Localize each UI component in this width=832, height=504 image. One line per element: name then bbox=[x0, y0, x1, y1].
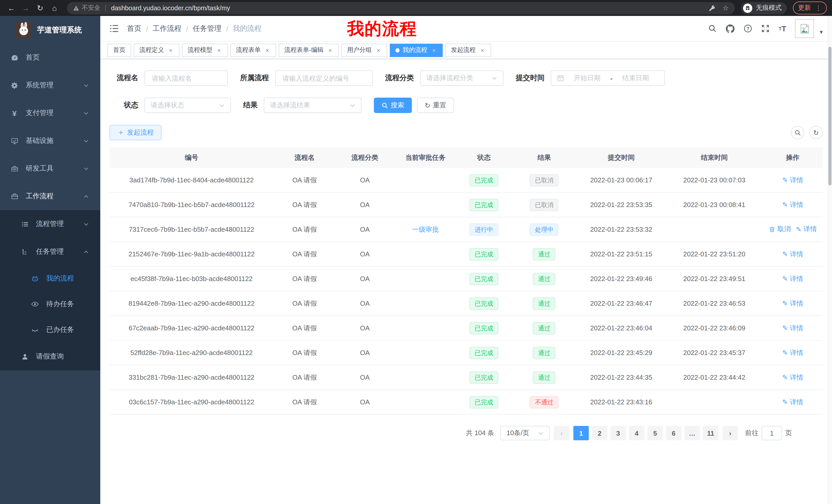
goto-page-input[interactable] bbox=[761, 426, 782, 440]
browser-forward-icon[interactable]: → bbox=[20, 2, 32, 14]
close-icon[interactable]: × bbox=[264, 47, 270, 53]
page-button-3[interactable]: 3 bbox=[610, 426, 626, 440]
page-button-11[interactable]: 11 bbox=[703, 426, 718, 440]
breadcrumb-item[interactable]: 工作流程 bbox=[153, 24, 182, 33]
browser-update-button[interactable]: 更新 ⋮ bbox=[793, 2, 827, 15]
sidebar-item-infrastructure[interactable]: 基础设施 bbox=[0, 127, 100, 155]
detail-link[interactable]: ✎详情 bbox=[782, 175, 803, 185]
page-button-1[interactable]: 1 bbox=[573, 426, 589, 440]
prev-page-button[interactable]: ‹ bbox=[554, 426, 569, 440]
fullscreen-icon[interactable] bbox=[761, 24, 770, 33]
result-select[interactable]: 请选择流结果 bbox=[264, 97, 362, 113]
breadcrumb-item[interactable]: 首页 bbox=[127, 24, 141, 33]
sidebar-item-workflow[interactable]: 工作流程 bbox=[0, 183, 100, 210]
browser-home-icon[interactable]: ⌂ bbox=[48, 2, 61, 14]
cell-id: 7317cec6-7b9b-11ec-b5b7-acde48001122 bbox=[109, 226, 274, 233]
font-size-icon[interactable]: TT bbox=[779, 24, 786, 33]
not-secure-label[interactable]: 不安全 bbox=[73, 4, 100, 12]
show-search-toggle-button[interactable] bbox=[791, 126, 804, 139]
next-page-button[interactable]: › bbox=[723, 426, 738, 440]
refresh-table-button[interactable]: ↻ bbox=[809, 126, 823, 139]
column-header: 当前审批任务 bbox=[394, 153, 457, 162]
cell-status: 已完成 bbox=[457, 199, 511, 211]
page-more-button[interactable]: … bbox=[684, 426, 700, 440]
create-process-button[interactable]: ＋ 发起流程 bbox=[109, 125, 161, 140]
submit-time-range-picker[interactable]: 开始日期 - 结束日期 bbox=[551, 71, 665, 86]
sidebar-item-system[interactable]: 系统管理 bbox=[0, 72, 100, 99]
tab-create-process[interactable]: 发起流程× bbox=[445, 44, 491, 57]
detail-link[interactable]: ✎详情 bbox=[782, 373, 803, 382]
breadcrumb-item[interactable]: 任务管理 bbox=[193, 24, 222, 33]
bookmark-star-icon[interactable]: ☆ bbox=[723, 4, 729, 12]
cell-status: 已完成 bbox=[457, 248, 511, 260]
cancel-link[interactable]: 取消 bbox=[769, 225, 790, 234]
tab-process-definition[interactable]: 流程定义× bbox=[134, 44, 179, 57]
tab-label: 用户分组 bbox=[347, 46, 372, 54]
detail-link[interactable]: ✎详情 bbox=[782, 397, 803, 407]
help-icon[interactable]: ? bbox=[744, 24, 753, 33]
cell-submit-time: 2022-01-22 23:51:15 bbox=[577, 250, 665, 258]
browser-menu-icon[interactable]: ⋮ bbox=[815, 4, 822, 12]
reset-button[interactable]: ↻ 重置 bbox=[417, 97, 454, 113]
detail-link[interactable]: ✎详情 bbox=[782, 324, 803, 333]
search-button[interactable]: 搜索 bbox=[374, 97, 412, 113]
detail-link[interactable]: ✎详情 bbox=[782, 200, 803, 209]
cell-submit-time: 2022-01-22 23:49:46 bbox=[577, 275, 665, 283]
tab-process-form[interactable]: 流程表单× bbox=[230, 44, 276, 57]
sidebar-item-todo-tasks[interactable]: 待办任务 bbox=[0, 291, 100, 317]
tab-home[interactable]: 首页 bbox=[107, 44, 131, 57]
process-name-input[interactable] bbox=[145, 71, 228, 86]
detail-link[interactable]: ✎详情 bbox=[782, 274, 803, 283]
sidebar-item-done-tasks[interactable]: 已办任务 bbox=[0, 317, 100, 343]
detail-link[interactable]: ✎详情 bbox=[782, 249, 803, 259]
scrollbar-thumb[interactable] bbox=[828, 47, 831, 186]
close-icon[interactable]: × bbox=[327, 47, 333, 53]
cell-id: 3ad174fb-7b9d-11ec-8404-acde48001122 bbox=[109, 176, 274, 184]
sidebar-collapse-icon[interactable] bbox=[108, 23, 119, 34]
task-link[interactable]: 一级审批 bbox=[412, 225, 439, 234]
tab-process-form-edit[interactable]: 流程表单-编辑× bbox=[279, 44, 339, 57]
browser-back-icon[interactable]: ← bbox=[5, 2, 18, 14]
app-logo-row[interactable]: 芋道管理系统 bbox=[0, 16, 100, 44]
page-size-select[interactable]: 10条/页 bbox=[500, 426, 550, 440]
password-key-icon[interactable] bbox=[709, 4, 717, 12]
tab-label: 首页 bbox=[113, 46, 126, 54]
status-select[interactable]: 请选择状态 bbox=[145, 97, 231, 113]
sidebar-item-my-process[interactable]: 我的流程 bbox=[0, 265, 100, 291]
browser-reload-icon[interactable]: ↻ bbox=[34, 2, 46, 14]
sidebar-item-label: 工作流程 bbox=[26, 192, 53, 201]
page-button-4[interactable]: 4 bbox=[629, 426, 644, 440]
tab-process-model[interactable]: 流程模型× bbox=[182, 44, 228, 57]
sidebar-item-leave-query[interactable]: 请假查询 bbox=[0, 343, 100, 370]
close-icon[interactable]: × bbox=[375, 47, 382, 53]
sidebar-item-label: 任务管理 bbox=[36, 247, 64, 256]
close-icon[interactable]: × bbox=[479, 47, 486, 53]
page-button-2[interactable]: 2 bbox=[592, 426, 607, 440]
result-badge: 已取消 bbox=[530, 174, 559, 186]
address-bar[interactable]: 不安全 dashboard.yudao.iocoder.cn/bpm/task/… bbox=[67, 2, 735, 14]
sidebar-item-payment[interactable]: ¥支付管理 bbox=[0, 99, 100, 127]
close-icon[interactable]: × bbox=[431, 47, 437, 53]
status-badge: 已完成 bbox=[469, 396, 498, 408]
sidebar-item-process-mgmt[interactable]: 流程管理 bbox=[0, 210, 100, 238]
page-button-6[interactable]: 6 bbox=[666, 426, 681, 440]
detail-link[interactable]: ✎详情 bbox=[796, 225, 817, 234]
sidebar-item-home[interactable]: 首页 bbox=[0, 44, 100, 72]
window-scrollbar[interactable] bbox=[828, 16, 832, 504]
tab-my-process[interactable]: 我的流程× bbox=[390, 44, 443, 57]
close-icon[interactable]: × bbox=[167, 47, 174, 53]
close-icon[interactable]: × bbox=[216, 47, 222, 53]
avatar[interactable] bbox=[795, 19, 814, 38]
plus-icon: ＋ bbox=[117, 128, 125, 137]
github-icon[interactable] bbox=[726, 24, 735, 33]
process-definition-input[interactable] bbox=[275, 71, 373, 86]
detail-link[interactable]: ✎详情 bbox=[782, 299, 803, 308]
sidebar-item-task-mgmt[interactable]: 任务管理 bbox=[0, 238, 100, 265]
sidebar-item-devtools[interactable]: 研发工具 bbox=[0, 155, 100, 183]
tab-user-group[interactable]: 用户分组× bbox=[341, 44, 387, 57]
avatar-caret-icon[interactable]: ▼ bbox=[818, 29, 824, 35]
page-button-5[interactable]: 5 bbox=[647, 426, 663, 440]
detail-link[interactable]: ✎详情 bbox=[782, 348, 803, 357]
header-search-icon[interactable] bbox=[708, 24, 717, 33]
category-select[interactable]: 请选择流程分类 bbox=[420, 71, 503, 86]
